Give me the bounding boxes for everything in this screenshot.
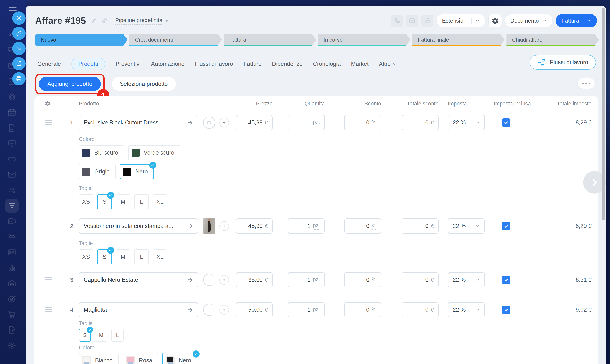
size-chip[interactable]: M: [95, 329, 107, 342]
planner-icon[interactable]: [7, 217, 16, 226]
stage-nuovo[interactable]: Nuovo: [35, 34, 128, 46]
tax-select[interactable]: 22 %: [448, 302, 485, 317]
product-photo[interactable]: [203, 218, 216, 234]
size-chip-selected[interactable]: S: [97, 194, 112, 209]
size-chip[interactable]: L: [111, 329, 124, 342]
hexagon-icon[interactable]: [7, 92, 16, 101]
discount-total-input[interactable]: 0€: [402, 219, 439, 234]
external-link-button[interactable]: [12, 57, 26, 70]
tab-automazione[interactable]: Automazione: [151, 61, 184, 67]
color-chip[interactable]: Bianco: [79, 353, 118, 364]
drag-handle[interactable]: [45, 277, 52, 282]
pipeline-selector[interactable]: Pipeline predefinita: [115, 17, 168, 25]
funnel-icon[interactable]: [7, 201, 16, 210]
quantity-input[interactable]: 1pz.: [288, 302, 325, 317]
size-chip[interactable]: XS: [79, 249, 93, 264]
drag-handle[interactable]: [45, 120, 52, 125]
tab-altro[interactable]: Altro: [379, 61, 396, 67]
discount-input[interactable]: 0%: [344, 219, 381, 234]
tab-fatture[interactable]: Fatture: [243, 61, 261, 67]
product-name-input[interactable]: Maglietta: [79, 302, 198, 317]
tax-included-checkbox[interactable]: [502, 118, 510, 127]
tax-select[interactable]: 22 %: [448, 115, 485, 130]
mail-icon[interactable]: [7, 170, 16, 179]
stage-fattura-finale[interactable]: Fattura finale: [412, 34, 505, 46]
link-button[interactable]: [12, 27, 26, 40]
tab-cronologia[interactable]: Cronologia: [313, 61, 341, 67]
bar-chart-icon[interactable]: [7, 263, 16, 272]
quantity-input[interactable]: 1pz.: [288, 115, 325, 130]
robot-icon[interactable]: [7, 232, 16, 241]
price-input[interactable]: 45,99€: [236, 219, 273, 234]
price-input[interactable]: 50,00€: [236, 302, 273, 317]
drag-handle[interactable]: [45, 307, 52, 312]
discount-total-input[interactable]: 0€: [402, 115, 439, 130]
import-arrow-button[interactable]: [12, 42, 26, 55]
stage-fattura[interactable]: Fattura: [224, 34, 316, 46]
stage-crea-documenti[interactable]: Crea documenti: [130, 34, 222, 46]
contact-card-icon[interactable]: [7, 248, 16, 257]
size-chip[interactable]: L: [134, 194, 149, 209]
tab-flussi-di-lavoro[interactable]: Flussi di lavoro: [195, 61, 233, 67]
size-chip[interactable]: M: [116, 249, 130, 264]
tab-market[interactable]: Market: [351, 61, 369, 67]
size-chip[interactable]: L: [134, 249, 149, 264]
size-chip-selected[interactable]: S: [97, 249, 112, 264]
add-image-button[interactable]: [219, 275, 229, 285]
table-settings-gear-icon[interactable]: [45, 100, 52, 107]
color-chip[interactable]: Rosa: [123, 353, 158, 364]
discount-input[interactable]: 0%: [344, 115, 381, 130]
open-product-icon[interactable]: [187, 119, 193, 126]
product-name-input[interactable]: Vestito nero in seta con stampa a...: [79, 219, 198, 234]
select-product-button[interactable]: Seleziona prodotto: [112, 77, 176, 91]
price-input[interactable]: 35,00€: [236, 272, 273, 287]
tax-select[interactable]: 22 %: [448, 219, 485, 234]
price-input[interactable]: 45,99€: [236, 115, 273, 130]
tax-select[interactable]: 22 %: [448, 272, 485, 287]
document-icon[interactable]: [7, 124, 16, 132]
add-image-button[interactable]: [219, 305, 229, 315]
close-button[interactable]: [12, 12, 26, 25]
product-image-placeholder[interactable]: [203, 117, 216, 129]
size-chip[interactable]: XL: [153, 249, 167, 264]
discount-input[interactable]: 0%: [344, 272, 381, 287]
color-chip-selected[interactable]: Nero: [120, 164, 154, 179]
tab-dipendenze[interactable]: Dipendenze: [272, 61, 302, 67]
edit-pencil-icon[interactable]: [91, 18, 97, 24]
target-icon[interactable]: [7, 294, 16, 303]
more-menu-button[interactable]: [577, 78, 595, 89]
tab-prodotti[interactable]: Prodotti: [71, 58, 105, 70]
color-chip-selected[interactable]: Nero: [162, 353, 197, 364]
workflows-button[interactable]: Flussi di lavoro: [530, 55, 596, 70]
calendar-icon[interactable]: [7, 108, 16, 117]
open-product-icon[interactable]: [187, 277, 193, 283]
add-product-button[interactable]: Aggiungi prodotto: [39, 77, 101, 91]
size-chip[interactable]: XS: [79, 194, 93, 209]
document-edit-icon[interactable]: [7, 325, 16, 334]
open-product-icon[interactable]: [187, 307, 193, 313]
drive-icon[interactable]: [7, 155, 16, 164]
product-name-input[interactable]: Cappello Nero Estate: [79, 272, 198, 287]
extensions-button[interactable]: Estensioni: [436, 14, 485, 27]
presentation-icon[interactable]: [7, 139, 16, 148]
quantity-input[interactable]: 1pz.: [288, 219, 325, 234]
users-icon[interactable]: [7, 186, 16, 195]
vertical-scrollbar[interactable]: [602, 8, 605, 221]
discount-input[interactable]: 0%: [344, 302, 381, 317]
copy-link-icon[interactable]: [102, 18, 107, 24]
product-image-loading[interactable]: [203, 304, 216, 316]
settings-gear-button[interactable]: [489, 14, 502, 27]
document-button[interactable]: Documento: [505, 14, 553, 27]
open-product-icon[interactable]: [187, 223, 193, 229]
add-image-button[interactable]: [219, 221, 229, 231]
stage-chiudi-affare[interactable]: Chiudi affare: [506, 34, 599, 46]
product-name-input[interactable]: Exclusive Black Cutout Dress: [79, 115, 198, 130]
tax-included-checkbox[interactable]: [502, 306, 510, 314]
gear-icon[interactable]: [7, 341, 16, 350]
size-chip[interactable]: M: [116, 194, 130, 209]
print-button[interactable]: [12, 72, 26, 85]
size-chip[interactable]: XL: [153, 194, 167, 209]
product-image-loading[interactable]: [203, 274, 216, 286]
add-image-button[interactable]: [219, 118, 229, 128]
drag-handle[interactable]: [45, 224, 52, 228]
